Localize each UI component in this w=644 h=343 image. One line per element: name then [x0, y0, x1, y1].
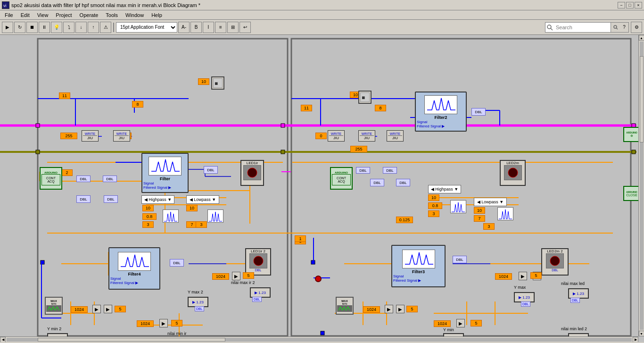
- titlebar-left: vi spo2 akusisi data with filter lpf hpf…: [2, 1, 200, 9]
- num-3-lpf-left: 3: [196, 221, 207, 228]
- titlebar: vi spo2 akusisi data with filter lpf hpf…: [0, 0, 644, 10]
- toolbar-separator-1: [113, 23, 114, 32]
- menu-tools[interactable]: Tools: [102, 11, 122, 19]
- search-button[interactable]: [611, 23, 620, 32]
- svg-rect-23: [36, 124, 40, 127]
- menubar: File Edit View Project Operate Tools Win…: [0, 10, 644, 20]
- num-1024-right-2: 1024: [434, 320, 451, 327]
- context-help-button[interactable]: ?: [620, 23, 628, 32]
- filter-block-right-upper: Filter2 Signal Filtered Signal ▶: [415, 92, 467, 132]
- dbl-left-lower-2: DBL: [104, 195, 118, 203]
- nilaimaxled-dbl: DBL: [570, 298, 580, 303]
- nilaimaxled-indicator: ▶ 1.23: [568, 288, 589, 299]
- lowpass-dropdown-right[interactable]: ◀ Lowpass ▼: [474, 198, 507, 206]
- num-3-lpf-right: 3: [483, 223, 495, 230]
- num-5-left-3: 5: [243, 272, 254, 279]
- svg-line-5: [616, 28, 618, 29]
- toolbar: ▶ ↻ ⏹ ⏸ 💡 ⤵ ↓ ↑ ⚠ 15pt Application Font …: [0, 20, 644, 35]
- search-container: ?: [545, 22, 629, 33]
- record-red-right: [315, 276, 322, 282]
- menu-view[interactable]: View: [33, 11, 52, 19]
- vi-icon-left: ⏹: [211, 76, 224, 90]
- arrow-right-3: ▶: [456, 319, 465, 327]
- svg-rect-29: [41, 260, 44, 264]
- font-size-dec[interactable]: A-: [178, 22, 190, 33]
- window-controls: − □ ×: [618, 2, 642, 8]
- num-5-left-2: 5: [171, 320, 182, 326]
- arrow-left-2: ▶: [104, 305, 112, 313]
- left-frame-num-8: 8: [132, 101, 143, 108]
- arduino-close-right: ARDUINO CLOSE: [623, 186, 640, 201]
- abort-button[interactable]: ⏹: [26, 22, 38, 33]
- menu-file[interactable]: File: [1, 11, 17, 19]
- lowpass-dropdown-left[interactable]: ◀ Lowpass ▼: [186, 195, 219, 204]
- svg-point-103: [550, 256, 560, 266]
- dbl-left-upper: DBL: [204, 166, 218, 174]
- svg-point-97: [248, 168, 257, 177]
- ymax-label: Y max: [514, 285, 526, 290]
- arrow-right-1: ▶: [385, 305, 393, 313]
- close-button[interactable]: ×: [635, 2, 642, 8]
- align-left[interactable]: ≡: [215, 22, 226, 33]
- run-continuously-button[interactable]: ↻: [14, 22, 25, 33]
- menu-window[interactable]: Window: [122, 11, 148, 19]
- highpass-dropdown-left[interactable]: ◀ Highpass ▼: [141, 195, 174, 204]
- filter-block-left-lower: Filter4 Signal Filtered Signal ▶: [108, 247, 160, 290]
- run-arrow-button[interactable]: ▶: [2, 22, 13, 33]
- maximize-button[interactable]: □: [626, 2, 634, 8]
- horizontal-scrollbar[interactable]: ◀ ▶: [0, 336, 638, 342]
- num-1024-left-1: 1024: [71, 306, 88, 313]
- ymax2-indicator: ▶ 1.23: [188, 297, 208, 307]
- menu-edit[interactable]: Edit: [17, 11, 33, 19]
- dbl-filter4-out: DBL: [170, 259, 184, 267]
- arrow-right-4: ▶: [519, 272, 527, 280]
- write-block-right-3: WRITE JIU: [387, 130, 404, 142]
- font-bold[interactable]: B: [190, 22, 202, 33]
- pause-button[interactable]: ⏸: [39, 22, 50, 33]
- maxmin-block-left: MAX MIN: [45, 297, 63, 315]
- scroll-left-button[interactable]: ◀: [0, 337, 6, 343]
- arduino-contacq-right: ARDUINO CONTACQ: [330, 167, 353, 190]
- font-italic[interactable]: I: [203, 22, 214, 33]
- search-input[interactable]: [554, 23, 611, 32]
- minimize-button[interactable]: −: [618, 2, 625, 8]
- maxmin-block-right: MAX MIN: [336, 297, 354, 315]
- arduino-block-right-top: ARDUINO ⊕: [623, 127, 640, 142]
- right-tools[interactable]: ⚙: [631, 22, 642, 33]
- warn-button[interactable]: ⚠: [100, 22, 111, 33]
- svg-point-2: [547, 25, 551, 29]
- step-over-button[interactable]: ⤵: [63, 22, 74, 33]
- clean-up[interactable]: ⊞: [227, 22, 239, 33]
- vi-icon-right: ⏹: [358, 91, 372, 104]
- right-frame-num-11: 11: [301, 105, 312, 111]
- led2m-block: LED2m: [500, 160, 526, 186]
- num-255-left: 255: [60, 133, 77, 139]
- font-selector[interactable]: 15pt Application Font: [116, 22, 177, 33]
- filter-block-left-upper: Filter Signal Filtered Signal ▶: [141, 153, 189, 193]
- ymax-indicator: ▶ 1.23: [514, 292, 535, 302]
- vertical-scrollbar[interactable]: ▲ ▼: [638, 35, 644, 336]
- undo[interactable]: ↩: [239, 22, 251, 33]
- scroll-down-button[interactable]: ▼: [639, 331, 644, 336]
- nilaiminir-label: nilai min ir: [167, 331, 187, 336]
- svg-text:⏹: ⏹: [214, 81, 218, 86]
- right-frame-num-1: 1: [295, 235, 306, 242]
- num-3-hpf-left: 3: [142, 221, 154, 228]
- svg-text:⏹: ⏹: [361, 95, 365, 100]
- block-diagram-canvas: 10 11 8 2 1 10 11 8 2 1 ⏹ ⏹ 255 0 WRITE …: [0, 35, 644, 342]
- scroll-right-button[interactable]: ▶: [633, 337, 638, 343]
- highpass-dropdown-right[interactable]: ◀ Highpass ▼: [428, 185, 461, 193]
- menu-project[interactable]: Project: [52, 11, 75, 19]
- led1ir-block: LED1ir: [240, 160, 264, 186]
- num-3-hpf-right: 3: [428, 210, 439, 217]
- scroll-up-button[interactable]: ▲: [639, 35, 644, 41]
- menu-operate[interactable]: Operate: [76, 11, 102, 19]
- dbl-misc-3: DBL: [356, 167, 370, 174]
- step-into-button[interactable]: ↓: [75, 22, 87, 33]
- dbl-right-upper: DBL: [471, 108, 486, 116]
- num-10-hpf-right: 10: [428, 194, 439, 201]
- highlight-button[interactable]: 💡: [51, 22, 62, 33]
- num-10-lpf-left: 10: [186, 205, 198, 211]
- menu-help[interactable]: Help: [148, 11, 166, 19]
- step-out-button[interactable]: ↑: [88, 22, 99, 33]
